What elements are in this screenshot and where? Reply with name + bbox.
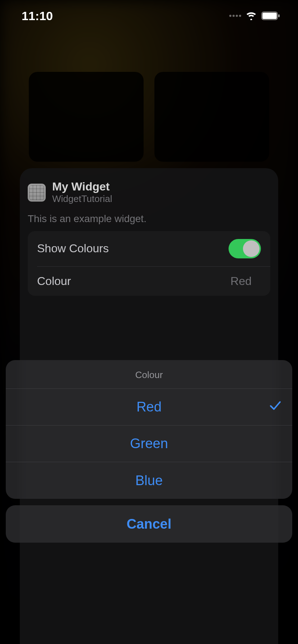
option-label: Blue [135,473,163,488]
battery-icon [261,12,280,20]
action-sheet-container: Colour Red Green Blue Cancel [6,360,292,543]
settings-card: Show Colours Colour Red [28,231,270,296]
colour-option-green[interactable]: Green [6,426,292,462]
status-time: 11:10 [22,9,53,23]
action-sheet-title: Colour [6,360,292,389]
colour-option-blue[interactable]: Blue [6,462,292,499]
checkmark-icon [269,399,281,415]
colour-row[interactable]: Colour Red [37,266,270,296]
colour-value: Red [230,275,261,288]
colour-option-red[interactable]: Red [6,389,292,426]
widget-app-icon [28,184,46,202]
signal-icon [229,15,241,17]
colour-label: Colour [37,275,71,288]
wifi-icon [245,12,257,20]
status-indicators [229,12,280,20]
colour-action-sheet: Colour Red Green Blue [6,360,292,499]
show-colours-toggle[interactable] [229,239,261,258]
show-colours-label: Show Colours [37,242,109,255]
toggle-knob [243,240,259,257]
widget-header: My Widget WidgetTutorial [20,180,278,205]
home-widget-placeholder [154,72,269,162]
widget-description: This is an example widget. [20,205,278,231]
widget-titles: My Widget WidgetTutorial [52,180,112,205]
widget-title: My Widget [52,180,112,193]
svg-rect-2 [278,14,280,17]
widget-subtitle: WidgetTutorial [52,193,112,205]
option-label: Red [136,399,162,415]
svg-rect-1 [262,13,277,19]
cancel-label: Cancel [127,516,172,532]
cancel-button[interactable]: Cancel [6,505,292,543]
status-bar: 11:10 [0,0,298,32]
home-widgets-row [29,72,269,162]
home-widget-placeholder [29,72,144,162]
option-label: Green [130,436,168,451]
show-colours-row[interactable]: Show Colours [28,231,270,266]
